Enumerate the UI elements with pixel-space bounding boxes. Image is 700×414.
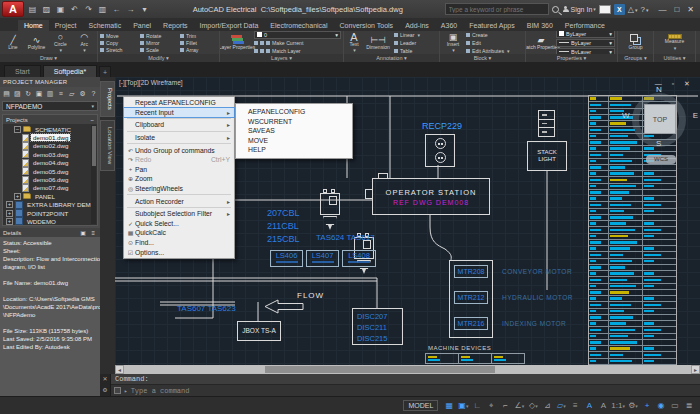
menu-item-quickcalc[interactable]: ▦ QuickCalc — [124, 228, 234, 238]
modify-tool-copy[interactable]: Copy — [100, 39, 137, 46]
submenu-item-aepanelconfig[interactable]: AEPANELCONFIG — [236, 107, 352, 117]
save-icon[interactable]: ▣ — [54, 3, 67, 16]
tree-item-schematic[interactable]: −SCHEMATIC — [3, 125, 97, 133]
ribbon-tab-add-ins[interactable]: Add-ins — [399, 20, 435, 31]
panel-caption-groups[interactable]: Groups ▾ — [618, 54, 653, 62]
edit-attributes-button[interactable]: Edit Attributes▾ — [466, 47, 510, 54]
undo-icon[interactable]: ↶ — [68, 3, 81, 16]
panel-caption-utilities[interactable]: Utilities ▾ — [654, 54, 695, 62]
infer-constraints-icon[interactable]: ∟ — [470, 399, 484, 412]
make-current-button[interactable]: Make Current — [254, 40, 341, 47]
a360-icon[interactable]: △▾ — [628, 5, 638, 14]
snap-mode-icon[interactable]: ▣▾ — [456, 399, 470, 412]
scroll-right-button[interactable]: ▸ — [691, 365, 700, 374]
ribbon-tab-a360[interactable]: A360 — [435, 20, 463, 31]
menu-item-quick-select[interactable]: ✓ Quick Select... — [124, 219, 234, 229]
submenu-item-help[interactable]: HELP — [236, 145, 352, 155]
tree-item-point2point[interactable]: +POINT2POINT — [3, 209, 97, 217]
circle-tool-button[interactable]: ○Circle▾ — [50, 32, 72, 54]
modify-tool-trim[interactable]: Trim — [180, 32, 217, 39]
modify-tool-rotate[interactable]: Rotate — [140, 32, 177, 39]
file-tab-softpedia[interactable]: Softpedia* — [43, 65, 97, 77]
layer-dropdown[interactable]: 0▾ — [254, 31, 341, 39]
panel-caption-annotation[interactable]: Annotation ▾ — [344, 54, 439, 62]
tree-expander[interactable]: + — [14, 193, 21, 200]
ribbon-tab-conversion-tools[interactable]: Conversion Tools — [334, 20, 400, 31]
tree-item-extra-library-demo[interactable]: +EXTRA LIBRARY DEMO — [3, 201, 97, 209]
menu-item-options[interactable]: ☑ Options... — [124, 247, 234, 257]
refresh-icon[interactable]: ↻ — [24, 89, 33, 99]
tree-item-demo05-dwg[interactable]: demo05.dwg — [3, 167, 97, 175]
menu-item-repeat-aepanelconfig[interactable]: Repeat AEPANELCONFIG — [124, 98, 234, 108]
ribbon-tab-performance[interactable]: Performance — [559, 20, 611, 31]
annotation-visibility-icon[interactable]: A — [582, 399, 596, 412]
submenu-item-move[interactable]: MOVE — [236, 136, 352, 146]
submenu-item-wscurrent[interactable]: WSCURRENT — [236, 117, 352, 127]
menu-item-undo-group-of-commands[interactable]: ↶ Undo Group of commands — [124, 145, 234, 155]
menu-item-zoom[interactable]: ⊕ Zoom — [124, 174, 234, 184]
graphics-performance-icon[interactable]: ◉ — [654, 399, 668, 412]
clean-screen-icon[interactable]: ▭ — [668, 399, 682, 412]
close-command-icon[interactable]: ✕ — [100, 374, 110, 385]
customization-icon[interactable]: ≣ — [682, 399, 696, 412]
viewcube-top-face[interactable]: TOP — [644, 104, 676, 134]
back-icon[interactable]: ← — [110, 3, 123, 16]
open-project-icon[interactable]: ▨ — [13, 89, 22, 99]
ribbon-tab-home[interactable]: Home — [18, 20, 49, 31]
modify-tool-move[interactable]: Move — [100, 32, 137, 39]
modify-tool-stretch[interactable]: Stretch — [100, 46, 137, 53]
menu-item-isolate[interactable]: Isolate▸ — [124, 133, 234, 143]
annotation-scale-label[interactable]: 1:1▾ — [610, 399, 626, 412]
leader-button[interactable]: Leader — [394, 39, 420, 46]
model-space-button[interactable]: MODEL — [403, 400, 438, 411]
scroll-left-button[interactable]: ◂ — [115, 365, 124, 374]
color-dropdown[interactable]: ByLayer▾ — [556, 31, 615, 38]
collapse-section-icon[interactable]: − — [90, 117, 94, 123]
menu-item-clipboard[interactable]: Clipboard▸ — [124, 120, 234, 130]
ribbon-tab-panel[interactable]: Panel — [127, 20, 157, 31]
modify-tool-scale[interactable]: Scale — [140, 46, 177, 53]
project-dropdown[interactable]: NFPADEMO▾ — [2, 101, 98, 111]
modify-tool-mirror[interactable]: Mirror — [140, 39, 177, 46]
ortho-mode-icon[interactable]: ⌐ — [498, 399, 512, 412]
dynamic-input-icon[interactable]: ⌖ — [484, 399, 498, 412]
object-snap-icon[interactable]: ▱▾ — [554, 399, 568, 412]
modify-tool-array[interactable]: Array — [180, 46, 217, 53]
object-snap-tracking-icon[interactable]: ⊿ — [540, 399, 554, 412]
submenu-item-saveas[interactable]: SAVEAS — [236, 126, 352, 136]
viewcube-south[interactable]: S — [656, 139, 661, 148]
help-icon[interactable]: ? — [89, 89, 98, 99]
plot-project-icon[interactable]: ▥ — [46, 89, 55, 99]
tree-item-demo03-dwg[interactable]: demo03.dwg — [3, 150, 97, 158]
ribbon-tab-reports[interactable]: Reports — [157, 20, 194, 31]
tree-item-demo01-dwg[interactable]: demo01.dwg — [3, 133, 97, 141]
edit-block-button[interactable]: Edit — [466, 39, 510, 46]
sign-in-button[interactable]: Sign In — [571, 6, 593, 13]
menu-item-redo[interactable]: ↷ RedoCtrl+Y — [124, 155, 234, 165]
search-icon[interactable] — [552, 6, 559, 13]
settings-icon[interactable]: ⚙ — [78, 89, 87, 99]
ribbon-tab-schematic[interactable]: Schematic — [82, 20, 127, 31]
tree-item-wddemo[interactable]: +WDDEMO — [3, 217, 97, 225]
layer-properties-button[interactable]: Layer Properties — [222, 35, 252, 51]
file-tab-start[interactable]: Start — [4, 65, 41, 77]
line-tool-button[interactable]: ╱Line — [2, 35, 24, 51]
customize-command-icon[interactable]: ⚙ — [100, 385, 110, 396]
menu-item-pan[interactable]: + Pan — [124, 165, 234, 175]
workspace-dropdown-icon[interactable]: ▾ — [138, 3, 151, 16]
menu-item-steeringwheels[interactable]: ◎ SteeringWheels — [124, 184, 234, 194]
polar-tracking-icon[interactable]: ∠▾ — [512, 399, 526, 412]
help-icon[interactable]: ?▾ — [640, 5, 648, 14]
open-file-icon[interactable]: ▨ — [40, 3, 53, 16]
ribbon-tab-bim-360[interactable]: BIM 360 — [521, 20, 559, 31]
tree-expander[interactable]: + — [6, 218, 13, 225]
details-header-icons[interactable]: ▣ ≡ — [80, 229, 97, 236]
measure-button[interactable]: Measure▾ — [660, 34, 690, 51]
menu-item-recent-input[interactable]: Recent Input▸ — [124, 108, 234, 118]
tree-item-panel[interactable]: +PANEL — [3, 192, 97, 200]
tree-expander[interactable]: − — [14, 126, 21, 133]
tree-item-demo04-dwg[interactable]: demo04.dwg — [3, 159, 97, 167]
command-input[interactable]: ▸ Type a command — [111, 385, 700, 396]
tree-expander[interactable]: + — [6, 210, 13, 217]
ribbon-tab-featured-apps[interactable]: Featured Apps — [463, 20, 521, 31]
